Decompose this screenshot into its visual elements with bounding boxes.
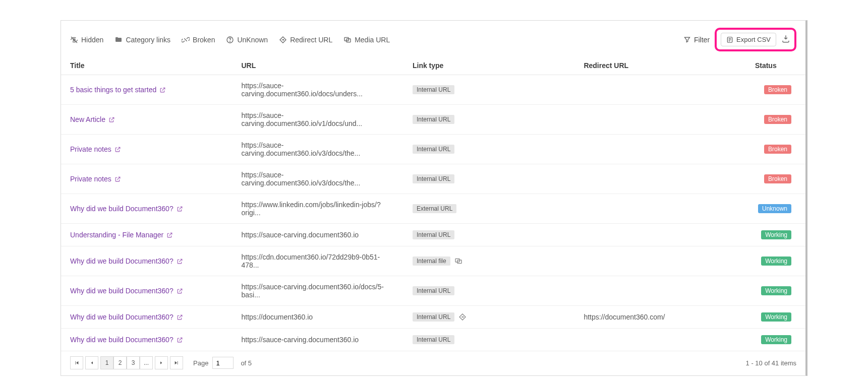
legend-unknown-label: UnKnown	[237, 36, 268, 44]
article-title-link[interactable]: Why did we build Document360?	[70, 313, 183, 321]
page-first-button[interactable]	[70, 356, 83, 369]
link-type-pill: Internal URL	[413, 174, 454, 183]
table-row: Why did we build Document360?https://www…	[61, 194, 805, 224]
table-row: New Articlehttps://sauce-carving.documen…	[61, 105, 805, 135]
legend-media: Media URL	[343, 36, 390, 44]
redirect-url-text: https://document360.com/	[584, 313, 665, 321]
status-badge: Working	[761, 312, 791, 322]
download-icon	[781, 34, 790, 43]
page-ellipsis: ...	[140, 356, 153, 369]
filter-icon	[683, 36, 691, 43]
table-header-row: Title URL Link type Redirect URL Status	[61, 56, 805, 75]
col-linktype[interactable]: Link type	[403, 56, 574, 75]
external-link-icon	[177, 337, 183, 343]
url-text: https://sauce-carving.document360.io/doc…	[241, 283, 384, 299]
status-badge: Working	[761, 257, 791, 266]
download-button[interactable]	[781, 34, 790, 45]
url-text: https://sauce-carving.document360.io/doc…	[241, 82, 362, 98]
toolbar-right: Filter Export CSV	[683, 28, 796, 51]
prev-icon	[90, 360, 94, 365]
svg-point-2	[230, 41, 230, 41]
page-number-button[interactable]: 1	[100, 356, 113, 369]
status-badge: Broken	[764, 174, 791, 183]
page-input[interactable]	[212, 357, 234, 369]
legend-category-label: Category links	[126, 36, 170, 44]
col-url[interactable]: URL	[232, 56, 403, 75]
page-prev-button[interactable]	[85, 356, 98, 369]
link-type-pill: Internal file	[413, 257, 450, 266]
page-last-button[interactable]	[170, 356, 183, 369]
page-label: Page	[193, 359, 208, 367]
page-next-button[interactable]	[155, 356, 168, 369]
link-type-pill: Internal URL	[413, 230, 454, 239]
media-icon	[343, 36, 352, 44]
col-title[interactable]: Title	[61, 56, 232, 75]
filter-label: Filter	[694, 36, 710, 44]
col-status[interactable]: Status	[746, 56, 805, 75]
folder-icon	[114, 36, 123, 44]
url-text: https://sauce-carving.document360.io/v1/…	[241, 111, 362, 127]
article-title-link[interactable]: Private notes	[70, 175, 121, 183]
legend-category-links: Category links	[114, 36, 170, 44]
page-number-button[interactable]: 2	[113, 356, 127, 369]
article-title-link[interactable]: Why did we build Document360?	[70, 336, 183, 344]
legend-hidden: Hidden	[70, 36, 103, 44]
status-badge: Working	[761, 230, 791, 239]
external-link-icon	[108, 116, 115, 123]
url-text: https://sauce-carving.document360.io/v3/…	[241, 171, 360, 187]
filter-button[interactable]: Filter	[683, 36, 710, 44]
page-number-button[interactable]: 3	[127, 356, 140, 369]
links-table: Title URL Link type Redirect URL Status …	[61, 56, 805, 351]
external-link-icon	[177, 314, 183, 321]
table-row: Why did we build Document360?https://doc…	[61, 306, 805, 329]
status-badge: Working	[761, 335, 791, 344]
question-icon	[226, 36, 234, 44]
table-row: 5 basic things to get startedhttps://sau…	[61, 75, 805, 105]
col-redirect[interactable]: Redirect URL	[574, 56, 745, 75]
article-title-text: Private notes	[70, 145, 111, 153]
next-icon	[159, 360, 163, 365]
article-title-text: Why did we build Document360?	[70, 313, 173, 321]
url-text: https://sauce-carving.document360.io	[241, 231, 359, 239]
csv-icon	[726, 36, 733, 43]
article-title-link[interactable]: Why did we build Document360?	[70, 205, 183, 213]
legend-hidden-label: Hidden	[81, 36, 103, 44]
redirect-icon	[279, 36, 287, 44]
external-link-icon	[114, 176, 121, 182]
url-text: https://document360.io	[241, 313, 313, 321]
table-row: Why did we build Document360?https://sau…	[61, 329, 805, 351]
article-title-link[interactable]: Private notes	[70, 145, 121, 153]
article-title-text: Why did we build Document360?	[70, 257, 173, 265]
legend: Hidden Category links Broken UnKnown Red…	[70, 36, 390, 44]
legend-redirect: Redirect URL	[279, 36, 332, 44]
article-title-link[interactable]: New Article	[70, 115, 115, 123]
external-link-icon	[114, 146, 121, 153]
link-type-pill: Internal URL	[413, 286, 454, 295]
hidden-icon	[70, 36, 78, 44]
legend-media-label: Media URL	[355, 36, 390, 44]
table-row: Understanding - File Managerhttps://sauc…	[61, 224, 805, 246]
toolbar: Hidden Category links Broken UnKnown Red…	[61, 21, 805, 56]
external-link-icon	[159, 87, 166, 93]
export-csv-button[interactable]: Export CSV	[721, 33, 776, 46]
legend-broken-label: Broken	[193, 36, 215, 44]
links-panel: Hidden Category links Broken UnKnown Red…	[61, 20, 807, 376]
article-title-link[interactable]: Why did we build Document360?	[70, 287, 183, 295]
status-badge: Broken	[764, 115, 791, 124]
link-type-pill: Internal URL	[413, 312, 454, 322]
link-type-pill: Internal URL	[413, 335, 454, 344]
link-type-pill: Internal URL	[413, 85, 454, 94]
article-title-link[interactable]: 5 basic things to get started	[70, 86, 166, 94]
status-badge: Broken	[764, 85, 791, 94]
first-icon	[74, 360, 79, 365]
article-title-link[interactable]: Why did we build Document360?	[70, 257, 183, 265]
link-type-pill: External URL	[413, 204, 456, 213]
article-title-text: Why did we build Document360?	[70, 205, 173, 213]
legend-broken: Broken	[182, 36, 215, 44]
redirect-icon	[458, 313, 467, 321]
link-type-pill: Internal URL	[413, 115, 454, 124]
export-highlight: Export CSV	[715, 28, 796, 51]
article-title-link[interactable]: Understanding - File Manager	[70, 231, 173, 239]
pagination-controls: 123... Page of 5	[70, 356, 252, 369]
export-csv-label: Export CSV	[736, 36, 771, 43]
